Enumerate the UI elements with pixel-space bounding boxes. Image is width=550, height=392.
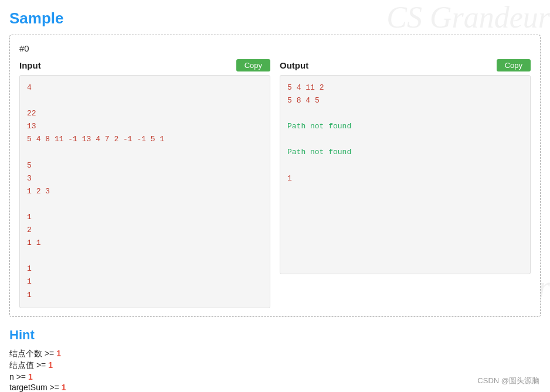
output-code-box: 5 4 11 2 5 8 4 5 Path not found Path not… [280, 75, 531, 274]
output-panel: Output Copy 5 4 11 2 5 8 4 5 Path not fo… [280, 59, 531, 308]
input-code-box: 4 22 13 5 4 8 11 -1 13 4 7 2 -1 -1 5 1 5… [19, 75, 270, 308]
output-copy-button[interactable]: Copy [497, 59, 531, 71]
sample-title: Sample [9, 9, 541, 28]
hint-title: Hint [9, 328, 541, 343]
io-row: Input Copy 4 22 13 5 4 8 11 -1 13 4 7 2 … [19, 59, 531, 308]
hint-item: 结点值 >= 1 [9, 360, 541, 371]
sample-box: #0 Input Copy 4 22 13 5 4 8 11 -1 13 4 7… [9, 35, 541, 317]
hint-section: Hint 结点个数 >= 1结点值 >= 1n >= 1targetSum >=… [9, 328, 541, 392]
input-header: Input Copy [19, 59, 270, 71]
hint-list: 结点个数 >= 1结点值 >= 1n >= 1targetSum >= 1 [9, 349, 541, 392]
sample-id: #0 [19, 43, 531, 53]
input-panel: Input Copy 4 22 13 5 4 8 11 -1 13 4 7 2 … [19, 59, 270, 308]
hint-item: n >= 1 [9, 372, 541, 381]
input-label: Input [19, 60, 41, 70]
input-copy-button[interactable]: Copy [236, 59, 270, 71]
output-header: Output Copy [280, 59, 531, 71]
output-label: Output [280, 60, 308, 70]
footer: CSDN @圆头源脑 [477, 376, 539, 386]
hint-item: targetSum >= 1 [9, 383, 541, 392]
hint-item: 结点个数 >= 1 [9, 349, 541, 359]
